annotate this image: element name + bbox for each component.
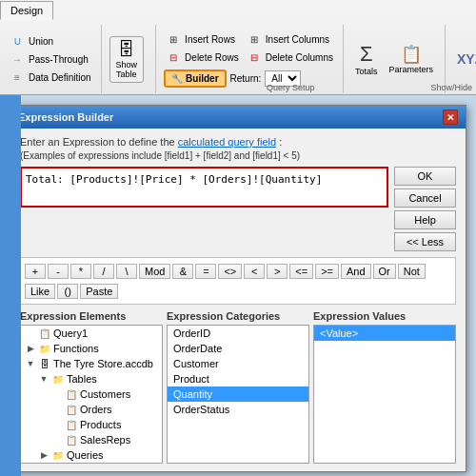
operator-button-[interactable]: <= bbox=[289, 264, 313, 279]
operator-button-[interactable]: & bbox=[172, 264, 193, 279]
bottom-panels: Expression Elements 📋Query1▶📁Functions▼🗄… bbox=[20, 310, 456, 464]
data-definition-item[interactable]: ≡ Data Definition bbox=[8, 69, 93, 86]
category-item-1[interactable]: OrderDate bbox=[168, 341, 308, 356]
parameters-item[interactable]: 📋 Parameters bbox=[385, 42, 437, 76]
insert-rows-item[interactable]: ⊞ Insert Rows bbox=[164, 31, 241, 49]
show-table-icon: 🗄 bbox=[118, 40, 135, 60]
delete-columns-item[interactable]: ⊟ Delete Columns bbox=[245, 50, 335, 67]
categories-panel-label: Expression Categories bbox=[167, 310, 309, 322]
operator-button-[interactable]: \ bbox=[116, 264, 137, 279]
union-label: Union bbox=[29, 36, 53, 47]
dialog-description-line1: Enter an Expression to define the calcul… bbox=[20, 136, 456, 148]
tree-label-4: Customers bbox=[80, 388, 130, 400]
values-panel-label: Expression Values bbox=[313, 310, 456, 322]
delete-rows-item[interactable]: ⊟ Delete Rows bbox=[164, 50, 241, 67]
tree-icon-6: 📋 bbox=[65, 418, 78, 431]
rows-items: ⊞ Insert Rows ⊟ Delete Rows bbox=[164, 31, 241, 67]
pass-through-item[interactable]: → Pass-Through bbox=[8, 50, 93, 68]
operator-button-Or[interactable]: Or bbox=[373, 264, 396, 279]
builder-button[interactable]: 🔧 Builder bbox=[164, 69, 226, 88]
operator-button-Mod[interactable]: Mod bbox=[139, 264, 170, 279]
help-button[interactable]: Help bbox=[394, 210, 456, 229]
operator-button-[interactable]: / bbox=[93, 264, 114, 279]
value-item-0[interactable]: <Value> bbox=[314, 326, 455, 341]
expression-builder-dialog: Expression Builder ✕ Enter an Expression… bbox=[10, 105, 466, 472]
tree-label-0: Query1 bbox=[53, 327, 88, 339]
dialog-overlay: Expression Builder ✕ Enter an Expression… bbox=[0, 95, 476, 476]
less-button[interactable]: << Less bbox=[394, 232, 456, 251]
xyz-item[interactable]: XYZ bbox=[453, 50, 476, 69]
category-item-4[interactable]: Quantity bbox=[168, 387, 308, 402]
operator-button-[interactable]: * bbox=[70, 264, 91, 279]
parameters-icon: 📋 bbox=[401, 44, 422, 65]
operator-button-[interactable]: - bbox=[48, 264, 69, 279]
tree-item-6[interactable]: 📋Products bbox=[21, 417, 162, 432]
query-type-items: ∪ Union → Pass-Through ≡ Data Definition bbox=[8, 32, 93, 86]
operator-button-[interactable]: + bbox=[25, 264, 46, 279]
insert-rows-label: Insert Rows bbox=[185, 34, 235, 45]
insert-columns-label: Insert Columns bbox=[266, 34, 329, 45]
calculated-query-field-link[interactable]: calculated query field bbox=[178, 136, 276, 148]
operator-button-[interactable]: >= bbox=[315, 264, 339, 279]
category-item-5[interactable]: OrderStatus bbox=[168, 402, 308, 417]
category-item-0[interactable]: OrderID bbox=[168, 326, 308, 341]
operator-button-[interactable]: <> bbox=[218, 264, 242, 279]
operator-button-Like[interactable]: Like bbox=[25, 284, 55, 299]
ribbon-tabs: Design bbox=[0, 0, 53, 20]
description-colon: : bbox=[279, 136, 282, 148]
expression-input-row: OK Cancel Help << Less bbox=[20, 167, 456, 251]
tree-label-8: Queries bbox=[67, 449, 104, 461]
expression-input[interactable] bbox=[20, 167, 388, 208]
pass-through-icon: → bbox=[10, 51, 25, 67]
operator-button-[interactable]: () bbox=[57, 284, 78, 299]
dialog-buttons: OK Cancel Help << Less bbox=[394, 167, 456, 251]
categories-panel: Expression Categories OrderIDOrderDateCu… bbox=[167, 310, 309, 464]
operator-button-[interactable]: > bbox=[267, 264, 288, 279]
values-list: <Value> bbox=[313, 325, 456, 464]
union-item[interactable]: ∪ Union bbox=[8, 32, 93, 50]
tree-item-2[interactable]: ▼🗄The Tyre Store.accdb bbox=[21, 356, 162, 371]
category-item-3[interactable]: Product bbox=[168, 371, 308, 387]
data-definition-icon: ≡ bbox=[10, 69, 25, 85]
insert-columns-icon: ⊞ bbox=[247, 32, 262, 48]
operator-button-[interactable]: < bbox=[244, 264, 265, 279]
delete-columns-icon: ⊟ bbox=[247, 50, 262, 66]
operator-button-[interactable]: = bbox=[195, 264, 216, 279]
tree-item-0[interactable]: 📋Query1 bbox=[21, 326, 162, 341]
totals-item[interactable]: Σ Totals bbox=[351, 40, 382, 78]
pass-through-label: Pass-Through bbox=[29, 54, 89, 65]
cancel-button[interactable]: Cancel bbox=[394, 188, 456, 208]
dialog-close-button[interactable]: ✕ bbox=[443, 109, 458, 125]
data-definition-label: Data Definition bbox=[29, 72, 91, 83]
operator-button-And[interactable]: And bbox=[341, 264, 371, 279]
tree-item-3[interactable]: ▼📁Tables bbox=[21, 371, 162, 387]
tree-label-1: Functions bbox=[53, 343, 99, 354]
parameters-label: Parameters bbox=[388, 65, 433, 74]
columns-items: ⊞ Insert Columns ⊟ Delete Columns bbox=[245, 31, 335, 67]
blue-side-bar bbox=[0, 95, 21, 476]
description-text1: Enter an Expression to define the bbox=[20, 136, 175, 148]
tree-item-5[interactable]: 📋Orders bbox=[21, 402, 162, 417]
tree-toggle-3: ▼ bbox=[38, 374, 50, 384]
tree-label-7: SalesReps bbox=[80, 434, 130, 446]
tree-item-8[interactable]: ▶📁Queries bbox=[21, 447, 162, 463]
operator-button-Paste[interactable]: Paste bbox=[80, 284, 118, 299]
builder-icon: 🔧 bbox=[171, 73, 183, 84]
tree-item-4[interactable]: 📋Customers bbox=[21, 387, 162, 402]
tree-label-2: The Tyre Store.accdb bbox=[53, 358, 153, 369]
query-setup-group: ⊞ Insert Rows ⊟ Delete Rows ⊞ Insert Col… bbox=[160, 25, 344, 93]
categories-list: OrderIDOrderDateCustomerProductQuantityO… bbox=[167, 325, 309, 464]
insert-columns-item[interactable]: ⊞ Insert Columns bbox=[245, 31, 335, 49]
tree-icon-8: 📁 bbox=[51, 448, 65, 462]
tree-item-7[interactable]: 📋SalesReps bbox=[21, 432, 162, 447]
show-table-button[interactable]: 🗄 ShowTable bbox=[109, 36, 145, 83]
tree-item-1[interactable]: ▶📁Functions bbox=[21, 341, 162, 356]
xyz-icon: XYZ bbox=[457, 51, 476, 67]
operator-button-Not[interactable]: Not bbox=[398, 264, 426, 279]
tree-icon-4: 📋 bbox=[65, 387, 78, 401]
return-label: Return: bbox=[230, 73, 262, 84]
values-panel: Expression Values <Value> bbox=[313, 310, 456, 464]
ok-button[interactable]: OK bbox=[394, 167, 456, 186]
tab-design[interactable]: Design bbox=[0, 1, 53, 20]
category-item-2[interactable]: Customer bbox=[168, 356, 308, 371]
